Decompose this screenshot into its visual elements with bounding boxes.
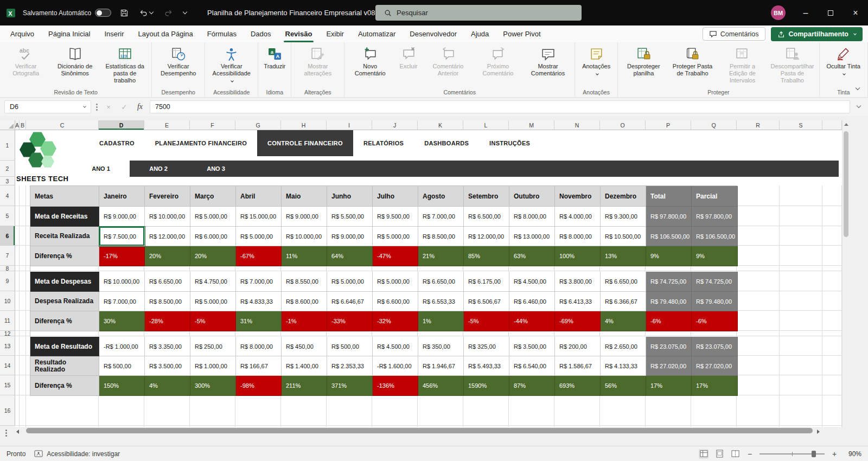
diff-cell[interactable]: 87%	[509, 376, 555, 396]
money-cell[interactable]: R$ 8.550,00	[282, 272, 327, 292]
menu-tab-automatizar[interactable]: Automatizar	[351, 25, 403, 42]
year-tab-ano-1[interactable]: ANO 1	[72, 161, 130, 177]
normal-view-button[interactable]	[699, 449, 709, 459]
money-cell[interactable]: -R$ 1.600,00	[373, 356, 418, 376]
diff-cell[interactable]: 300%	[190, 376, 236, 396]
diff-cell[interactable]: -17%	[99, 246, 145, 266]
menu-tab-power-pivot[interactable]: Power Pivot	[496, 25, 547, 42]
row-label-meta-de-despesas[interactable]: Meta de Despesas	[30, 272, 99, 292]
ribbon-button-verificar-acessibilidade[interactable]: Verificar Acessibilidade	[207, 44, 256, 85]
month-header-setembro[interactable]: Setembro	[464, 186, 509, 207]
total-header[interactable]: Total	[646, 186, 692, 207]
confirm-entry-button[interactable]: ✓	[118, 103, 130, 111]
total-cell[interactable]: R$ 23.075,00	[646, 337, 692, 356]
parcial-cell[interactable]: R$ 79.480,00	[692, 292, 738, 311]
page-layout-view-button[interactable]	[714, 449, 724, 459]
autosave-control[interactable]: Salvamento Automático	[23, 9, 111, 17]
nav-tab-instrucoes[interactable]: INSTRUÇÕES	[479, 130, 540, 156]
money-cell[interactable]: R$ 10.000,00	[145, 207, 190, 227]
diff-cell[interactable]: 64%	[327, 246, 373, 266]
ribbon-button-mostrar-comentarios[interactable]: Mostrar Comentários	[523, 44, 573, 78]
diff-cell[interactable]: -136%	[373, 376, 418, 396]
diff-cell[interactable]: -69%	[555, 311, 601, 331]
month-header-agosto[interactable]: Agosto	[418, 186, 464, 207]
row-header-2[interactable]: 2	[0, 161, 15, 177]
month-header-novembro[interactable]: Novembro	[555, 186, 601, 207]
ribbon-button-traduzir[interactable]: aATraduzir	[260, 44, 289, 71]
diff-total-cell[interactable]: -6%	[646, 311, 692, 331]
money-cell[interactable]: R$ 5.000,00	[373, 227, 418, 246]
share-button[interactable]: Compartilhamento	[771, 27, 863, 41]
money-cell[interactable]: R$ 8.000,00	[555, 227, 601, 246]
diff-cell[interactable]: 20%	[190, 246, 236, 266]
row-header-13[interactable]: 13	[0, 336, 15, 356]
menu-tab-desenvolvedor[interactable]: Desenvolvedor	[403, 25, 464, 42]
accessibility-status[interactable]: Acessibilidade: investigar	[34, 450, 120, 458]
row-label-diferenca[interactable]: Diferença %	[30, 246, 99, 266]
row-label-resultado-realizado[interactable]: Resultado Realizado	[30, 356, 99, 376]
diff-cell[interactable]: -1%	[282, 311, 327, 331]
user-avatar[interactable]: BM	[771, 5, 786, 20]
parcial-cell[interactable]: R$ 97.800,00	[692, 207, 738, 227]
diff-cell[interactable]: 11%	[282, 246, 327, 266]
money-cell[interactable]: R$ 8.000,00	[236, 337, 282, 356]
money-cell[interactable]: R$ 5.000,00	[327, 272, 373, 292]
month-header-fevereiro[interactable]: Fevereiro	[145, 186, 190, 207]
money-cell[interactable]: R$ 6.500,00	[464, 207, 509, 227]
column-header-M[interactable]: M	[509, 120, 554, 130]
diff-cell[interactable]: 31%	[236, 311, 282, 331]
money-cell[interactable]: R$ 1.000,00	[190, 356, 236, 376]
diff-cell[interactable]: 63%	[509, 246, 555, 266]
money-cell[interactable]: R$ 8.600,00	[282, 292, 327, 311]
money-cell[interactable]: R$ 9.000,00	[99, 207, 145, 227]
formula-input[interactable]: 7500	[150, 100, 850, 113]
diff-parcial-cell[interactable]: 17%	[692, 376, 738, 396]
row-header-11[interactable]: 11	[0, 311, 15, 331]
diff-cell[interactable]: 13%	[601, 246, 646, 266]
money-cell[interactable]: R$ 4.833,33	[236, 292, 282, 311]
zoom-out-button[interactable]: −	[746, 450, 754, 458]
diff-cell[interactable]: 1590%	[464, 376, 509, 396]
row-header-8[interactable]: 8	[0, 266, 15, 271]
ribbon-button-excluir[interactable]: Excluir	[394, 44, 423, 71]
row-label-despesa-realizada[interactable]: Despesa Realizada	[30, 292, 99, 311]
diff-cell[interactable]: 456%	[418, 376, 464, 396]
money-cell[interactable]: R$ 4.000,00	[555, 207, 601, 227]
insert-function-button[interactable]: fx	[134, 103, 146, 111]
money-cell[interactable]: R$ 1.400,00	[282, 356, 327, 376]
menu-tab-ajuda[interactable]: Ajuda	[464, 25, 496, 42]
nav-tab-cadastro[interactable]: CADASTRO	[89, 130, 145, 156]
ribbon-button-estatisticas-da-pasta-de-trabalho[interactable]: 123Estatísticas da pasta de trabalho	[100, 44, 150, 85]
row-header-12[interactable]: 12	[0, 331, 15, 336]
money-cell[interactable]: R$ 12.000,00	[145, 227, 190, 246]
row-header-3[interactable]: 3	[0, 177, 15, 185]
month-header-marco[interactable]: Março	[190, 186, 236, 207]
horizontal-scroll-thumb[interactable]	[26, 428, 813, 433]
diff-parcial-cell[interactable]: 9%	[692, 246, 738, 266]
ribbon-collapse-button[interactable]	[856, 83, 859, 93]
column-header-B[interactable]: B	[20, 120, 26, 130]
column-header-P[interactable]: P	[646, 120, 691, 130]
column-header-O[interactable]: O	[600, 120, 646, 130]
menu-tab-revisao[interactable]: Revisão	[278, 25, 320, 42]
menu-tab-dados[interactable]: Dados	[244, 25, 278, 42]
money-cell[interactable]: R$ 5.000,00	[190, 207, 236, 227]
money-cell[interactable]: R$ 6.646,67	[327, 292, 373, 311]
zoom-slider-knob[interactable]	[812, 451, 816, 457]
menu-tab-exibir[interactable]: Exibir	[319, 25, 351, 42]
page-break-view-button[interactable]	[730, 449, 740, 459]
month-header-dezembro[interactable]: Dezembro	[601, 186, 646, 207]
vertical-scroll-thumb[interactable]	[844, 131, 848, 237]
money-cell[interactable]: R$ 6.460,00	[509, 292, 555, 311]
search-box[interactable]: Pesquisar	[375, 5, 582, 21]
diff-cell[interactable]: 4%	[145, 376, 190, 396]
money-cell[interactable]: R$ 9.000,00	[282, 207, 327, 227]
money-cell[interactable]: -R$ 1.000,00	[99, 337, 145, 356]
ribbon-button-desproteger-planilha[interactable]: Desproteger planilha	[620, 44, 667, 78]
row-label-diferenca[interactable]: Diferença %	[30, 311, 99, 331]
cells-area[interactable]: SHEETS TECH CADASTROPLANEJAMENTO FINANCE…	[15, 130, 842, 427]
money-cell[interactable]: R$ 2.650,00	[601, 337, 646, 356]
nav-tab-planejamento-financeiro[interactable]: PLANEJAMENTO FINANCEIRO	[145, 130, 257, 156]
document-title[interactable]: Planilha de Planejamento Financeiro Empr…	[207, 9, 382, 17]
row-header-9[interactable]: 9	[0, 271, 15, 291]
